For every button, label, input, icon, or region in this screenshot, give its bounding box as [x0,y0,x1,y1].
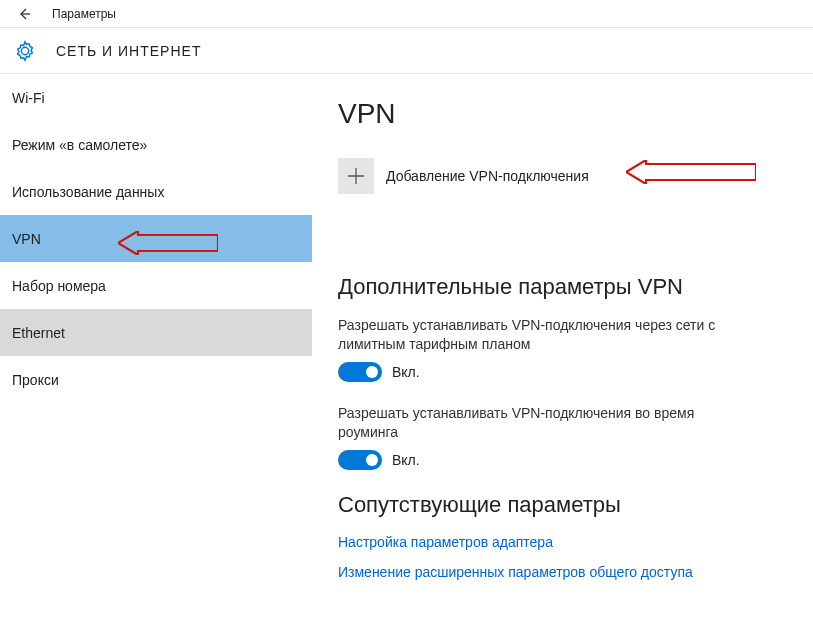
gear-icon [12,38,38,64]
link-adapter-options[interactable]: Настройка параметров адаптера [338,534,787,550]
toggle-roaming-state: Вкл. [392,452,420,468]
plus-icon [347,167,365,185]
annotation-arrow-icon [626,160,756,184]
sidebar: Wi-Fi Режим «в самолете» Использование д… [0,74,312,634]
sidebar-item-data-usage[interactable]: Использование данных [0,168,312,215]
category-title: СЕТЬ И ИНТЕРНЕТ [56,43,201,59]
sidebar-item-airplane[interactable]: Режим «в самолете» [0,121,312,168]
back-button[interactable] [10,0,38,28]
sidebar-item-dialup[interactable]: Набор номера [0,262,312,309]
sidebar-item-label: Режим «в самолете» [12,137,147,153]
sidebar-item-label: Ethernet [12,325,65,341]
sidebar-item-vpn[interactable]: VPN [0,215,312,262]
toggle-metered-state: Вкл. [392,364,420,380]
app-title: Параметры [52,7,116,21]
sidebar-item-label: Прокси [12,372,59,388]
back-arrow-icon [17,7,31,21]
sidebar-item-label: Wi-Fi [12,90,45,106]
setting-roaming-desc: Разрешать устанавливать VPN-подключения … [338,404,758,442]
sidebar-item-label: VPN [12,231,41,247]
add-vpn-button[interactable]: Добавление VPN-подключения [338,158,787,194]
add-vpn-label: Добавление VPN-подключения [386,168,589,184]
toggle-metered[interactable] [338,362,382,382]
related-section-title: Сопутствующие параметры [338,492,787,518]
link-advanced-sharing[interactable]: Изменение расширенных параметров общего … [338,564,787,580]
setting-metered-desc: Разрешать устанавливать VPN-подключения … [338,316,758,354]
sidebar-item-ethernet[interactable]: Ethernet [0,309,312,356]
sidebar-item-label: Использование данных [12,184,164,200]
sidebar-item-proxy[interactable]: Прокси [0,356,312,403]
page-title: VPN [338,98,787,130]
add-tile [338,158,374,194]
toggle-roaming[interactable] [338,450,382,470]
advanced-section-title: Дополнительные параметры VPN [338,274,787,300]
annotation-arrow-icon [118,231,218,255]
content-area: VPN Добавление VPN-подключения Дополните… [312,74,813,634]
sidebar-item-wifi[interactable]: Wi-Fi [0,74,312,121]
sidebar-item-label: Набор номера [12,278,106,294]
